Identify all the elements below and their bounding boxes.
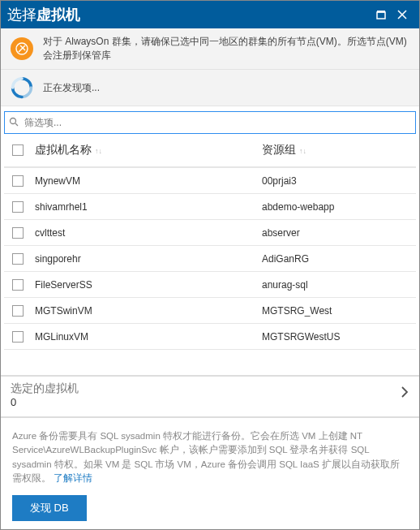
cell-vm-name: MGLinuxVM	[32, 331, 262, 343]
cell-vm-name: FileServerSS	[32, 279, 262, 291]
row-checkbox[interactable]	[12, 331, 24, 343]
table-row[interactable]: FileServerSSanurag-sql	[4, 272, 416, 298]
maximize-icon[interactable]	[371, 4, 392, 25]
sort-icon: ↑↓	[95, 147, 102, 155]
title-bold: 虚拟机	[36, 6, 80, 23]
cell-vm-name: shivamrhel1	[32, 201, 262, 213]
cell-vm-name: singporehr	[32, 253, 262, 265]
spinner-icon	[11, 76, 33, 99]
cell-resource-group: AdiGanRG	[262, 253, 416, 265]
row-checkbox[interactable]	[12, 305, 24, 317]
row-checkbox[interactable]	[12, 227, 24, 239]
col-header-group[interactable]: 资源组↑↓	[262, 143, 416, 157]
table-row[interactable]: shivamrhel1abdemo-webapp	[4, 194, 416, 220]
cell-resource-group: MGTSRGWestUS	[262, 331, 416, 343]
table-row[interactable]: MynewVM00prjai3	[4, 168, 416, 194]
table-row[interactable]: cvlttestabserver	[4, 220, 416, 246]
info-text-2: 正在发现项...	[43, 81, 100, 95]
row-checkbox[interactable]	[12, 253, 24, 265]
row-checkbox[interactable]	[12, 175, 24, 187]
search-input[interactable]	[23, 114, 415, 131]
discover-db-button[interactable]: 发现 DB	[12, 495, 87, 521]
col-header-name[interactable]: 虚拟机名称↑↓	[32, 143, 262, 157]
title-prefix: 选择	[7, 6, 36, 23]
warning-icon	[11, 37, 33, 60]
search-icon	[5, 117, 23, 129]
cell-resource-group: MGTSRG_West	[262, 305, 416, 317]
cell-vm-name: cvlttest	[32, 227, 262, 239]
info-text-1: 对于 AlwaysOn 群集，请确保已选中同一地区的群集的所有节点(VM)。所选…	[43, 35, 409, 62]
selected-panel: 选定的虚拟机 0	[1, 375, 419, 416]
row-checkbox[interactable]	[12, 279, 24, 291]
blade-title: 选择虚拟机	[7, 5, 371, 24]
selected-count: 0	[11, 396, 79, 408]
select-all-checkbox[interactable]	[12, 144, 24, 156]
table-row[interactable]: singporehrAdiGanRG	[4, 246, 416, 272]
info-banner-alwayson: 对于 AlwaysOn 群集，请确保已选中同一地区的群集的所有节点(VM)。所选…	[1, 28, 419, 70]
cell-vm-name: MGTSwinVM	[32, 305, 262, 317]
footnote: Azure 备份需要具有 SQL sysadmin 特权才能进行备份。它会在所选…	[12, 429, 408, 485]
cell-resource-group: abdemo-webapp	[262, 201, 416, 213]
close-icon[interactable]	[392, 4, 413, 25]
selected-label: 选定的虚拟机	[11, 381, 79, 396]
search-input-row	[4, 111, 416, 134]
svg-rect-0	[377, 12, 385, 19]
sort-icon: ↑↓	[299, 147, 306, 155]
titlebar: 选择虚拟机	[1, 1, 419, 28]
cell-vm-name: MynewVM	[32, 175, 262, 187]
table-row[interactable]: MGTSwinVMMGTSRG_West	[4, 298, 416, 324]
row-checkbox[interactable]	[12, 201, 24, 213]
cell-resource-group: anurag-sql	[262, 279, 416, 291]
svg-rect-1	[377, 11, 385, 13]
svg-point-7	[11, 118, 16, 123]
info-banner-discovering: 正在发现项...	[1, 70, 419, 106]
learn-more-link[interactable]: 了解详情	[54, 473, 92, 483]
cell-resource-group: abserver	[262, 227, 416, 239]
chevron-right-icon[interactable]	[400, 381, 409, 403]
table-row[interactable]: MGLinuxVMMGTSRGWestUS	[4, 324, 416, 350]
vm-table: 虚拟机名称↑↓ 资源组↑↓ MynewVM00prjai3shivamrhel1…	[4, 134, 416, 375]
footer: Azure 备份需要具有 SQL sysadmin 特权才能进行备份。它会在所选…	[1, 416, 419, 529]
table-header: 虚拟机名称↑↓ 资源组↑↓	[4, 134, 416, 168]
svg-line-8	[15, 123, 18, 126]
cell-resource-group: 00prjai3	[262, 175, 416, 187]
